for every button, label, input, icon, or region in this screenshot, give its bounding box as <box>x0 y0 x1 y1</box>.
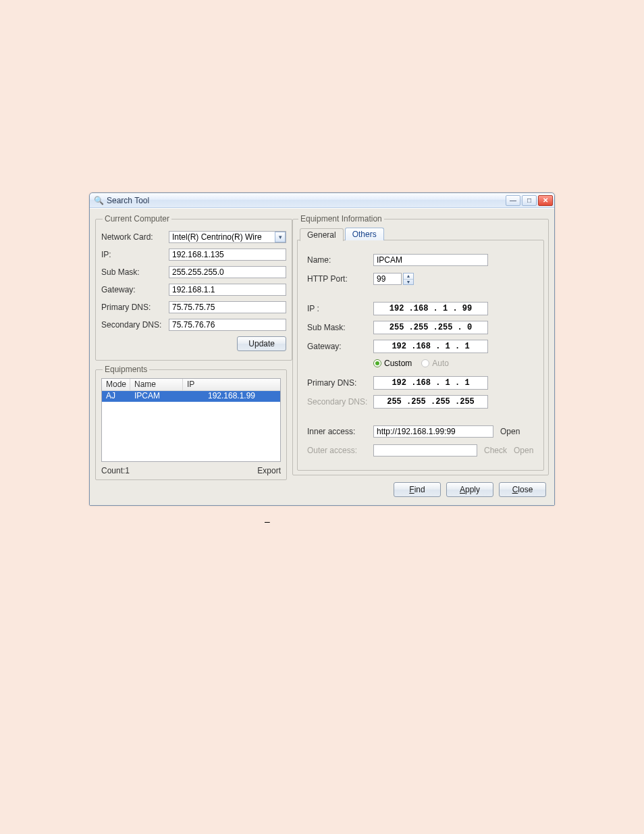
port-spinner[interactable]: ▲▼ <box>403 273 414 285</box>
export-link[interactable]: Export <box>257 466 281 475</box>
col-mode[interactable]: Mode <box>102 379 130 390</box>
list-row[interactable]: AJ IPCAM 192.168.1.99 <box>102 391 280 402</box>
row-mode: AJ <box>102 391 130 402</box>
equipment-dns1-field[interactable]: 192 .168 . 1 . 1 <box>373 376 488 390</box>
chevron-down-icon[interactable]: ▾ <box>275 232 286 242</box>
group-legend: Equipment Information <box>298 214 384 224</box>
radio-off-icon <box>421 359 429 367</box>
equipment-mask-field[interactable]: 255 .255 .255 . 0 <box>373 321 488 334</box>
inner-access-field[interactable] <box>373 425 493 438</box>
equipments-list[interactable]: Mode Name IP AJ IPCAM 192.168.1.99 <box>101 378 281 462</box>
close-window-button[interactable]: ✕ <box>538 195 553 206</box>
apply-suffix: pply <box>465 485 480 494</box>
count-text: Count:1 <box>101 466 130 475</box>
network-card-value[interactable] <box>169 231 286 243</box>
outer-label: Outer access: <box>307 446 373 455</box>
group-legend: Equipments <box>103 365 149 374</box>
search-tool-window: 🔍 Search Tool — □ ✕ Current Computer Net… <box>89 192 555 506</box>
nic-label: Network Card: <box>101 232 169 242</box>
tabstrip: General Others <box>297 228 544 240</box>
equipment-dns2-field[interactable]: 255 .255 .255 .255 <box>373 395 488 409</box>
computer-dns2-value[interactable] <box>169 319 286 331</box>
update-button[interactable]: Update <box>237 336 286 351</box>
minimize-button[interactable]: — <box>506 195 520 206</box>
outer-open-link[interactable]: Open <box>514 446 533 455</box>
computer-gw-value[interactable] <box>169 284 286 296</box>
radio-custom[interactable]: Custom <box>373 359 412 368</box>
computer-mask-value[interactable] <box>169 266 286 278</box>
inner-label: Inner access: <box>307 427 373 436</box>
footer-buttons: Find Apply Close <box>292 475 549 500</box>
row-name: IPCAM <box>130 391 183 402</box>
maximize-button[interactable]: □ <box>522 195 537 206</box>
equipment-ip-field[interactable]: 192 .168 . 1 . 99 <box>373 302 488 315</box>
computer-dns1-label: Primary DNS: <box>101 303 169 312</box>
ip-label: IP : <box>307 304 373 313</box>
name-field[interactable] <box>373 254 488 266</box>
computer-ip-label: IP: <box>101 250 169 259</box>
col-ip[interactable]: IP <box>183 379 280 390</box>
network-card-combo[interactable]: ▾ <box>169 231 286 243</box>
row-ip: 192.168.1.99 <box>183 391 280 402</box>
window-body: Current Computer Network Card: ▾ IP: Sub… <box>90 208 554 505</box>
titlebar[interactable]: 🔍 Search Tool — □ ✕ <box>90 193 554 208</box>
tab-others[interactable]: Others <box>345 228 384 240</box>
group-legend: Current Computer <box>103 214 171 224</box>
app-icon: 🔍 <box>94 196 104 205</box>
list-header: Mode Name IP <box>102 379 280 391</box>
http-port-field[interactable] <box>373 273 402 285</box>
mask-label: Sub Mask: <box>307 323 373 332</box>
computer-ip-value[interactable] <box>169 249 286 261</box>
radio-auto[interactable]: Auto <box>421 359 449 368</box>
inner-open-link[interactable]: Open <box>500 427 520 436</box>
current-computer-group: Current Computer Network Card: ▾ IP: Sub… <box>95 214 292 361</box>
apply-button[interactable]: Apply <box>446 482 493 497</box>
spin-up-icon[interactable]: ▲ <box>404 273 413 280</box>
radio-on-icon <box>373 359 381 367</box>
computer-gw-label: Gateway: <box>101 285 169 294</box>
find-button[interactable]: Find <box>394 482 441 497</box>
tab-general[interactable]: General <box>300 228 344 241</box>
dns2-label: Secondary DNS: <box>307 397 373 407</box>
tab-general-panel: Name: HTTP Port: ▲▼ IP : 192 .168 . 1 . … <box>297 240 544 471</box>
window-title: Search Tool <box>107 196 504 205</box>
gw-label: Gateway: <box>307 342 373 351</box>
equipment-info-group: Equipment Information General Others Nam… <box>292 214 549 475</box>
computer-mask-label: Sub Mask: <box>101 267 169 277</box>
port-label: HTTP Port: <box>307 274 373 284</box>
spin-down-icon[interactable]: ▼ <box>404 280 413 285</box>
outer-access-field[interactable] <box>373 444 477 457</box>
equipments-group: Equipments Mode Name IP AJ IPCAM 192.168… <box>95 365 287 480</box>
page-dash: – <box>265 516 270 527</box>
col-name[interactable]: Name <box>130 379 183 390</box>
find-suffix: ind <box>414 485 425 494</box>
close-suffix: lose <box>518 485 533 494</box>
name-label: Name: <box>307 255 373 265</box>
dns1-label: Primary DNS: <box>307 378 373 388</box>
equipment-gw-field[interactable]: 192 .168 . 1 . 1 <box>373 340 488 353</box>
close-button[interactable]: Close <box>499 482 546 497</box>
outer-check-link[interactable]: Check <box>484 446 507 455</box>
computer-dns1-value[interactable] <box>169 301 286 313</box>
computer-dns2-label: Secondary DNS: <box>101 320 169 330</box>
